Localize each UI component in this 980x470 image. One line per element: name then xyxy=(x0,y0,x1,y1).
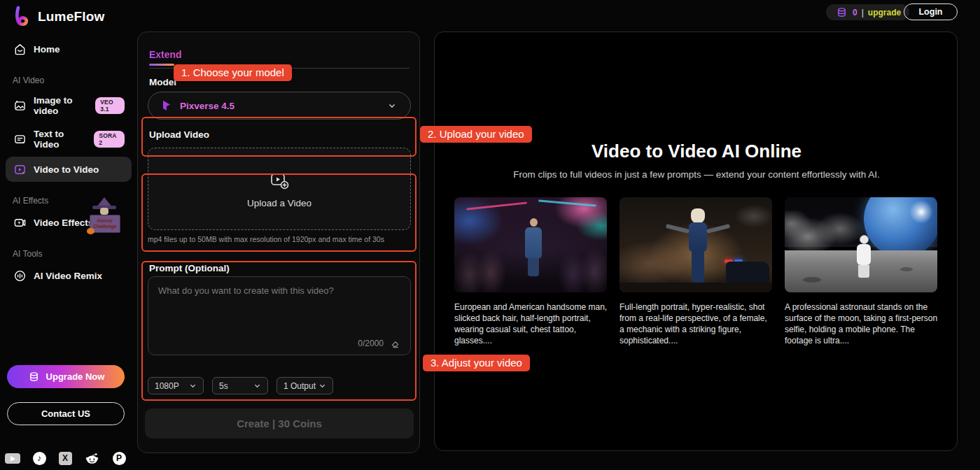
tab-extend[interactable]: Extend xyxy=(149,49,182,60)
video-to-video-icon xyxy=(13,162,27,176)
brand-name: LumeFlow xyxy=(38,9,105,24)
model-label: Model xyxy=(149,77,176,87)
sidebar-section-ai-effects: AI Effects xyxy=(13,196,125,206)
credits-pill[interactable]: 0 | upgrade xyxy=(826,4,909,20)
upgrade-now-button[interactable]: Upgrade Now xyxy=(7,365,125,388)
sidebar-section-ai-tools: AI Tools xyxy=(13,249,125,259)
outputs-select[interactable]: 1 Output xyxy=(276,377,333,394)
ai-video-remix-icon xyxy=(13,269,27,283)
sidebar-item-label: Video to Video xyxy=(34,164,99,175)
sidebar-item-home[interactable]: Home xyxy=(6,36,132,62)
sidebar-section-ai-video: AI Video xyxy=(13,76,125,85)
example-video-thumbnail-2[interactable] xyxy=(620,197,772,292)
club-scene-image xyxy=(454,197,607,292)
coins-icon xyxy=(834,7,848,17)
prompt-container: 0/2000 xyxy=(148,276,411,355)
sidebar-item-label: AI Video Remix xyxy=(34,271,102,281)
example-caption-1: European and American handsome man, slic… xyxy=(454,302,608,347)
model-select[interactable]: Pixverse 4.5 xyxy=(148,92,411,120)
brand-logo[interactable]: LumeFlow xyxy=(11,6,105,28)
create-button[interactable]: Create | 30 Coins xyxy=(145,408,414,439)
sidebar-item-text-to-video[interactable]: Text to Video SORA 2 xyxy=(6,123,132,155)
credits-divider: | xyxy=(862,8,864,17)
page-title: Video to Video AI Online xyxy=(435,141,958,162)
x-twitter-icon[interactable]: X xyxy=(57,451,74,465)
sidebar-item-label: Text to Video xyxy=(34,129,87,150)
sidebar-item-label: Image to video xyxy=(34,95,88,116)
contact-us-button[interactable]: Contact US xyxy=(7,402,125,425)
lumeflow-logo-icon xyxy=(11,6,32,28)
text-to-video-icon xyxy=(13,132,27,146)
resolution-select[interactable]: 1080P xyxy=(148,377,204,394)
chevron-down-icon xyxy=(318,382,326,390)
pixverse-logo-icon xyxy=(160,100,174,111)
char-counter: 0/2000 xyxy=(358,339,402,348)
chevron-down-icon xyxy=(189,382,197,390)
reddit-icon[interactable] xyxy=(83,451,100,465)
video-effects-icon xyxy=(13,215,27,229)
composer-panel: Extend Model Pixverse 4.5 Upload Video xyxy=(137,31,420,453)
login-button[interactable]: Login xyxy=(904,3,958,20)
sora-badge: SORA 2 xyxy=(94,131,125,148)
eraser-icon[interactable] xyxy=(388,339,402,348)
example-video-thumbnail-3[interactable] xyxy=(785,197,937,292)
chevron-down-icon xyxy=(253,382,261,390)
sidebar-item-image-to-video[interactable]: Image to video VEO 3.1 xyxy=(6,90,132,122)
example-caption-3: A professional astronaut stands on the s… xyxy=(785,302,939,347)
upgrade-link[interactable]: upgrade xyxy=(868,8,901,17)
duration-select[interactable]: 5s xyxy=(212,377,268,394)
upgrade-now-label: Upgrade Now xyxy=(46,371,105,382)
example-caption-2: Full-length portrait, hyper-realistic, s… xyxy=(620,302,774,347)
chevron-down-icon xyxy=(385,101,399,111)
sidebar: Home AI Video Image to video VEO 3.1 xyxy=(0,35,137,290)
horror-challenge-text: Horror xyxy=(97,218,113,224)
app-root: LumeFlow 0 | upgrade Login Home AI Video xyxy=(0,0,980,470)
veo-badge: VEO 3.1 xyxy=(95,97,125,114)
astronaut-scene-image xyxy=(785,197,937,292)
mechanic-scene-image xyxy=(620,197,772,292)
sidebar-item-video-effects[interactable]: Video Effects Horror Challenge xyxy=(6,210,132,235)
product-hunt-icon[interactable]: P xyxy=(111,451,127,465)
duration-value: 5s xyxy=(219,381,228,391)
home-icon xyxy=(13,42,27,56)
credits-count: 0 xyxy=(853,8,858,17)
model-value: Pixverse 4.5 xyxy=(180,101,379,111)
output-options-row: 1080P 5s 1 Output xyxy=(148,377,333,394)
sidebar-item-label: Video Effects xyxy=(34,218,93,228)
sidebar-item-video-to-video[interactable]: Video to Video xyxy=(6,157,132,182)
upload-video-dropzone[interactable]: Upload a Video xyxy=(148,148,411,230)
upload-video-label: Upload Video xyxy=(149,129,209,140)
annotation-step-1: 1. Choose your model xyxy=(174,64,292,81)
tiktok-icon[interactable]: ♪ xyxy=(31,451,48,465)
outputs-value: 1 Output xyxy=(284,381,316,391)
youtube-icon[interactable] xyxy=(4,451,21,465)
coins-icon xyxy=(27,371,41,382)
prompt-input[interactable] xyxy=(148,277,410,332)
image-to-video-icon xyxy=(13,99,27,113)
upload-video-icon xyxy=(269,170,290,191)
pumpkin-icon xyxy=(87,228,94,234)
hero-panel: Video to Video AI Online From clips to f… xyxy=(434,31,958,451)
sidebar-item-ai-video-remix[interactable]: AI Video Remix xyxy=(6,263,132,288)
annotation-step-2: 2. Upload your video xyxy=(420,126,532,143)
prompt-label: Prompt (Optional) xyxy=(149,263,230,273)
page-subtitle: From clips to full videos in just a few … xyxy=(435,169,958,180)
annotation-step-3: 3. Adjust your video xyxy=(423,355,530,371)
tab-active-underline xyxy=(149,64,174,66)
resolution-value: 1080P xyxy=(155,381,179,391)
example-video-thumbnail-1[interactable] xyxy=(454,197,607,292)
sidebar-item-label: Home xyxy=(34,44,60,55)
upload-video-cta: Upload a Video xyxy=(247,198,312,208)
upload-requirements-note: mp4 files up to 50MB with max resolution… xyxy=(148,235,384,243)
